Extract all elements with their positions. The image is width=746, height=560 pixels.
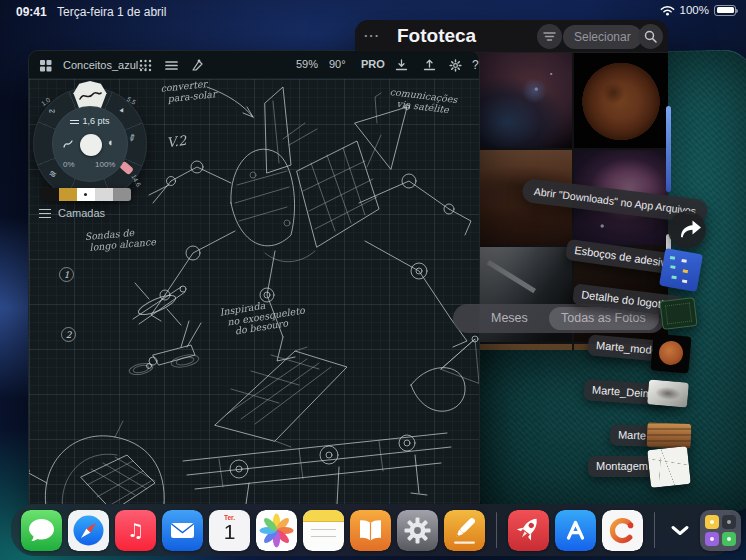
layers-lines-icon[interactable] — [165, 59, 178, 72]
tool-value-3: 14.6 — [130, 173, 142, 187]
help-button[interactable]: ? — [472, 58, 479, 72]
rotation-value[interactable]: 90° — [329, 58, 346, 70]
settings-gear-icon[interactable] — [449, 59, 462, 72]
chevron-down-icon — [670, 525, 690, 536]
clock: 09:41 — [16, 5, 47, 19]
photo-mars-planet[interactable] — [574, 53, 668, 148]
photo-desert-dune[interactable] — [574, 344, 668, 350]
dock-app-music[interactable]: ♫ — [115, 510, 156, 551]
layers-row[interactable]: Camadas — [39, 207, 105, 219]
tab-all-photos[interactable]: Todas as Fotos — [561, 311, 646, 325]
color-swatch-4[interactable] — [95, 188, 113, 201]
opacity-min-label: 0% — [63, 160, 75, 169]
document-title[interactable]: Conceitos_azul... — [63, 59, 147, 71]
photos-header: ··· Fototeca Selecionar — [355, 20, 668, 53]
vector-nib-icon[interactable] — [191, 59, 204, 72]
dock-app-app-store[interactable] — [555, 510, 596, 551]
wifi-icon — [660, 5, 675, 16]
gallery-grid-icon[interactable] — [39, 59, 52, 72]
calendar-day: 1 — [209, 520, 250, 544]
window-controls-button[interactable]: ··· — [364, 28, 380, 43]
smoothing-icon — [62, 138, 74, 150]
color-swatch-1[interactable] — [41, 188, 59, 201]
clipped-window-edge-blue — [666, 106, 671, 192]
photos-segmented-control: Meses Todas as Fotos — [453, 304, 665, 333]
filter-button[interactable] — [537, 24, 562, 49]
status-bar: 09:41 Terça-feira 1 de abril 100% — [0, 0, 746, 22]
app-library-tile-green — [722, 532, 736, 546]
annotation-number-2: 2 — [61, 327, 76, 342]
dock-app-sketch-pen[interactable] — [444, 510, 485, 551]
battery-icon — [714, 5, 736, 16]
photo-orion-nebula[interactable] — [574, 150, 668, 245]
dock-app-calendar[interactable]: Ter. 1 — [209, 510, 250, 551]
battery-percent: 100% — [680, 4, 709, 16]
dock-app-notes[interactable] — [303, 510, 344, 551]
pro-badge[interactable]: PRO — [361, 58, 385, 70]
tool-wheel-hub[interactable]: 1,6 pts ◐ 0% 100% — [52, 106, 128, 182]
dock-app-photos[interactable] — [256, 510, 297, 551]
dock-app-books[interactable] — [350, 510, 391, 551]
search-button[interactable] — [638, 24, 663, 49]
layers-label: Camadas — [58, 207, 105, 219]
stroke-size-label: 1,6 pts — [53, 116, 127, 126]
annotation-number-1: 1 — [59, 267, 74, 282]
active-swatch-marker — [84, 193, 87, 196]
status-date: Terça-feira 1 de abril — [57, 5, 166, 19]
app-library-tile-dark — [722, 515, 736, 529]
color-swatch-3[interactable] — [77, 188, 95, 201]
color-swatch-bar[interactable] — [41, 188, 131, 201]
photo-desert-mountains[interactable] — [478, 150, 572, 245]
ipad-screen: 09:41 Terça-feira 1 de abril 100% Meses … — [0, 0, 746, 560]
color-swatch-5[interactable] — [113, 188, 131, 201]
dock-divider — [496, 512, 497, 548]
photo-rover-desert[interactable] — [478, 344, 572, 350]
drawing-toolbar: Conceitos_azul... 59% 90° PRO — [29, 51, 479, 79]
tab-months[interactable]: Meses — [491, 311, 528, 325]
brush-stroke-preview-icon — [76, 87, 104, 105]
select-button[interactable]: Selecionar — [563, 25, 642, 49]
dock-app-messages[interactable] — [21, 510, 62, 551]
drawing-app-window: Conceitos_azul... 59% 90° PRO — [28, 50, 480, 512]
precision-grid-icon[interactable] — [139, 59, 152, 72]
photo-horsehead-nebula[interactable] — [478, 53, 572, 148]
color-puck[interactable] — [80, 134, 102, 156]
dock-app-mail[interactable] — [162, 510, 203, 551]
status-indicators: 100% — [660, 4, 736, 16]
dock-app-rocket[interactable] — [508, 510, 549, 551]
dock-app-settings[interactable] — [397, 510, 438, 551]
dock-app-concepts[interactable] — [602, 510, 643, 551]
clipped-window-edge-white — [666, 234, 671, 282]
search-icon — [644, 30, 657, 43]
dock-divider — [654, 512, 655, 548]
color-swatch-2[interactable] — [59, 188, 77, 201]
dock-app-library[interactable] — [700, 510, 741, 551]
import-icon[interactable] — [395, 59, 408, 72]
dock: ♫ Ter. 1 — [11, 504, 735, 556]
annotation-version: V.2 — [166, 136, 187, 149]
filter-icon — [543, 31, 556, 42]
app-library-tile-yellow — [705, 515, 719, 529]
layers-icon — [39, 209, 51, 218]
tool-wheel[interactable]: ∿ ▲ ✎ ≋ 1.0 5.5 14.6 6.0 1,6 pts ◐ 0% 10… — [33, 87, 147, 201]
opacity-max-label: 100% — [95, 160, 115, 169]
stroke-lines-icon — [70, 120, 79, 124]
zoom-level[interactable]: 59% — [296, 58, 318, 70]
page-title: Fototeca — [397, 25, 476, 47]
dock-hide-button[interactable] — [666, 510, 694, 551]
app-library-tile-purple — [705, 532, 719, 546]
dock-app-safari[interactable] — [68, 510, 109, 551]
export-icon[interactable] — [423, 59, 436, 72]
opacity-icon: ◐ — [108, 136, 115, 148]
